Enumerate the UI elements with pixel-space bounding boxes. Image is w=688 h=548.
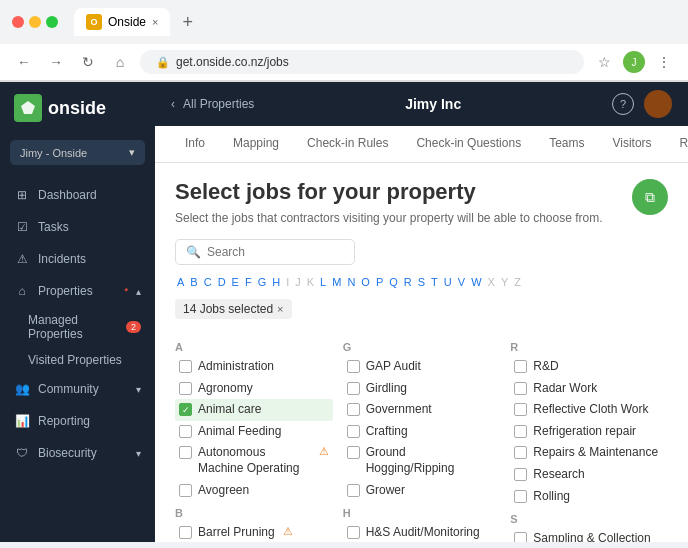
job-checkbox[interactable] [514, 425, 527, 438]
job-item[interactable]: Refrigeration repair [510, 421, 668, 443]
job-item[interactable]: Repairs & Maintenance [510, 442, 668, 464]
nav-forward-button[interactable]: → [44, 50, 68, 74]
job-checkbox[interactable] [179, 526, 192, 539]
tab-teams[interactable]: Teams [535, 126, 598, 162]
alpha-letter-R[interactable]: R [402, 275, 414, 289]
job-item[interactable]: Girdling [343, 378, 501, 400]
nav-back-button[interactable]: ← [12, 50, 36, 74]
alpha-letter-V[interactable]: V [456, 275, 467, 289]
job-item[interactable]: Reflective Cloth Work [510, 399, 668, 421]
alpha-letter-U[interactable]: U [442, 275, 454, 289]
job-checkbox[interactable] [347, 382, 360, 395]
alpha-letter-B[interactable]: B [188, 275, 199, 289]
job-item[interactable]: R&D [510, 356, 668, 378]
search-box[interactable]: 🔍 [175, 239, 355, 265]
sidebar-item-visited-properties[interactable]: Visited Properties [0, 347, 155, 373]
job-item[interactable]: Research [510, 464, 668, 486]
sidebar-item-reporting[interactable]: 📊 Reporting [0, 405, 155, 437]
alpha-letter-S[interactable]: S [416, 275, 427, 289]
alpha-letter-Q[interactable]: Q [387, 275, 400, 289]
alpha-letter-N[interactable]: N [345, 275, 357, 289]
tab-info[interactable]: Info [171, 126, 219, 162]
copy-button[interactable]: ⧉ [632, 179, 668, 215]
alpha-letter-T[interactable]: T [429, 275, 440, 289]
job-checkbox[interactable] [179, 403, 192, 416]
job-checkbox[interactable] [514, 403, 527, 416]
alpha-letter-A[interactable]: A [175, 275, 186, 289]
job-item[interactable]: Administration [175, 356, 333, 378]
tab-risks[interactable]: Risks1 [666, 126, 688, 162]
nav-refresh-button[interactable]: ↻ [76, 50, 100, 74]
job-checkbox[interactable] [347, 526, 360, 539]
job-checkbox[interactable] [347, 403, 360, 416]
alpha-letter-M[interactable]: M [330, 275, 343, 289]
sidebar-item-incidents[interactable]: ⚠ Incidents [0, 243, 155, 275]
alpha-letter-F[interactable]: F [243, 275, 254, 289]
job-item[interactable]: Grower [343, 480, 501, 502]
close-dot[interactable] [12, 16, 24, 28]
alpha-letter-P[interactable]: P [374, 275, 385, 289]
sidebar-item-properties[interactable]: ⌂ Properties * ▴ [0, 275, 155, 307]
job-checkbox[interactable] [179, 484, 192, 497]
job-checkbox[interactable] [347, 425, 360, 438]
job-item[interactable]: H&S Audit/Monitoring [343, 522, 501, 542]
alpha-letter-W[interactable]: W [469, 275, 483, 289]
job-item[interactable]: Crafting [343, 421, 501, 443]
alpha-letter-G[interactable]: G [256, 275, 269, 289]
job-item[interactable]: Avogreen [175, 480, 333, 502]
alpha-letter-E[interactable]: E [230, 275, 241, 289]
new-tab-button[interactable]: + [182, 12, 193, 33]
job-item[interactable]: Animal Feeding [175, 421, 333, 443]
user-avatar[interactable] [644, 90, 672, 118]
nav-home-button[interactable]: ⌂ [108, 50, 132, 74]
browser-tab[interactable]: O Onside × [74, 8, 170, 36]
job-checkbox[interactable] [514, 532, 527, 542]
job-item[interactable]: Radar Work [510, 378, 668, 400]
alpha-letter-O[interactable]: O [359, 275, 372, 289]
sidebar-item-dashboard[interactable]: ⊞ Dashboard [0, 179, 155, 211]
job-checkbox[interactable] [514, 382, 527, 395]
job-checkbox[interactable] [347, 446, 360, 459]
job-item[interactable]: Agronomy [175, 378, 333, 400]
sidebar-item-community[interactable]: 👥 Community ▾ [0, 373, 155, 405]
alpha-letter-H[interactable]: H [270, 275, 282, 289]
alpha-letter-L[interactable]: L [318, 275, 328, 289]
job-item[interactable]: GAP Audit [343, 356, 501, 378]
tab-visitors[interactable]: Visitors [598, 126, 665, 162]
job-item[interactable]: Autonomous Machine Operating⚠ [175, 442, 333, 479]
bookmark-icon[interactable]: ☆ [592, 50, 616, 74]
tab-checkin-questions[interactable]: Check-in Questions [402, 126, 535, 162]
job-item[interactable]: Rolling [510, 486, 668, 508]
job-checkbox[interactable] [179, 382, 192, 395]
job-item[interactable]: Government [343, 399, 501, 421]
job-checkbox[interactable] [347, 484, 360, 497]
job-checkbox[interactable] [179, 360, 192, 373]
sidebar-item-biosecurity[interactable]: 🛡 Biosecurity ▾ [0, 437, 155, 469]
job-item[interactable]: Ground Hogging/Ripping [343, 442, 501, 479]
sidebar-item-tasks[interactable]: ☑ Tasks [0, 211, 155, 243]
job-checkbox[interactable] [514, 468, 527, 481]
job-checkbox[interactable] [514, 446, 527, 459]
maximize-dot[interactable] [46, 16, 58, 28]
minimize-dot[interactable] [29, 16, 41, 28]
job-checkbox[interactable] [514, 360, 527, 373]
job-checkbox[interactable] [179, 425, 192, 438]
search-input[interactable] [207, 245, 344, 259]
job-checkbox[interactable] [514, 490, 527, 503]
tab-mapping[interactable]: Mapping [219, 126, 293, 162]
more-menu-icon[interactable]: ⋮ [652, 50, 676, 74]
clear-selection-button[interactable]: × [277, 303, 283, 315]
alpha-letter-D[interactable]: D [216, 275, 228, 289]
alpha-letter-C[interactable]: C [202, 275, 214, 289]
job-item[interactable]: Barrel Pruning⚠ [175, 522, 333, 542]
property-selector[interactable]: Jimy - Onside ▾ [0, 134, 155, 171]
back-button[interactable]: ‹ All Properties [171, 97, 254, 111]
profile-icon[interactable]: J [622, 50, 646, 74]
job-checkbox[interactable] [179, 446, 192, 459]
url-bar[interactable]: 🔒 get.onside.co.nz/jobs [140, 50, 584, 74]
sidebar-item-managed-properties[interactable]: Managed Properties 2 [0, 307, 155, 347]
job-checkbox[interactable] [347, 360, 360, 373]
help-icon[interactable]: ? [612, 93, 634, 115]
job-item[interactable]: Animal care [175, 399, 333, 421]
job-item[interactable]: Sampling & Collection [510, 528, 668, 542]
